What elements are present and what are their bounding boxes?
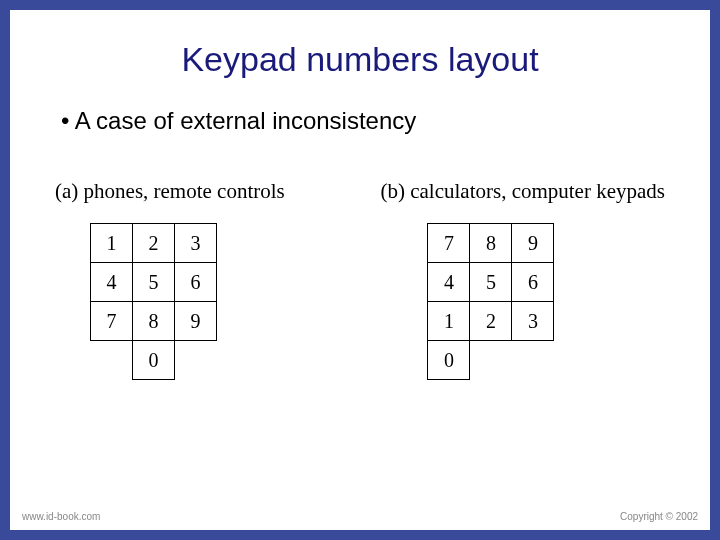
key: 8 — [132, 301, 175, 341]
footer: www.id-book.com Copyright © 2002 — [22, 511, 698, 522]
bullet-text: A case of external inconsistency — [61, 107, 665, 135]
key: 8 — [469, 223, 512, 263]
key: 6 — [174, 262, 217, 302]
key: 7 — [90, 301, 133, 341]
keypad-calculator: 7 8 9 4 5 6 1 2 3 0 — [428, 224, 665, 380]
key-zero: 0 — [132, 340, 175, 380]
columns: (a) phones, remote controls 1 2 3 4 5 6 … — [55, 179, 665, 380]
slide: Keypad numbers layout A case of external… — [10, 10, 710, 530]
key: 6 — [511, 262, 554, 302]
key-zero: 0 — [427, 340, 470, 380]
key: 3 — [511, 301, 554, 341]
key: 5 — [469, 262, 512, 302]
footer-url: www.id-book.com — [22, 511, 100, 522]
slide-title: Keypad numbers layout — [55, 40, 665, 79]
key: 7 — [427, 223, 470, 263]
caption-a: (a) phones, remote controls — [55, 179, 332, 204]
key: 5 — [132, 262, 175, 302]
key: 3 — [174, 223, 217, 263]
column-phones: (a) phones, remote controls 1 2 3 4 5 6 … — [55, 179, 332, 380]
key: 4 — [90, 262, 133, 302]
key: 1 — [90, 223, 133, 263]
keypad-phone: 1 2 3 4 5 6 7 8 9 0 — [91, 224, 332, 380]
key: 9 — [174, 301, 217, 341]
key: 9 — [511, 223, 554, 263]
column-calculators: (b) calculators, computer keypads 7 8 9 … — [380, 179, 665, 380]
key: 2 — [469, 301, 512, 341]
key: 1 — [427, 301, 470, 341]
footer-copyright: Copyright © 2002 — [620, 511, 698, 522]
caption-b: (b) calculators, computer keypads — [380, 179, 665, 204]
key: 4 — [427, 262, 470, 302]
key: 2 — [132, 223, 175, 263]
